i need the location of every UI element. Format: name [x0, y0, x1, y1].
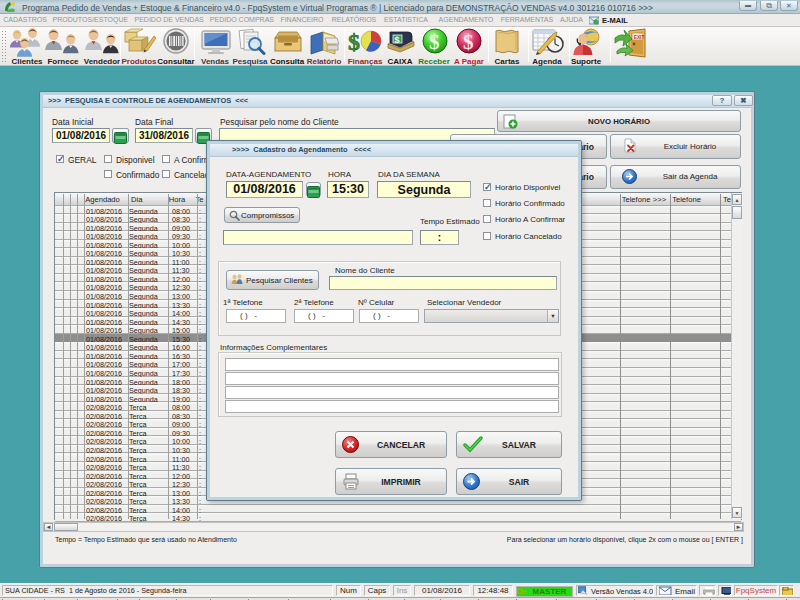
svg-text:$: $	[395, 35, 400, 45]
svg-text:$: $	[429, 30, 440, 54]
svg-text:$: $	[463, 30, 474, 54]
svg-text:$: $	[348, 29, 360, 55]
svg-text:EXIT: EXIT	[634, 35, 645, 40]
